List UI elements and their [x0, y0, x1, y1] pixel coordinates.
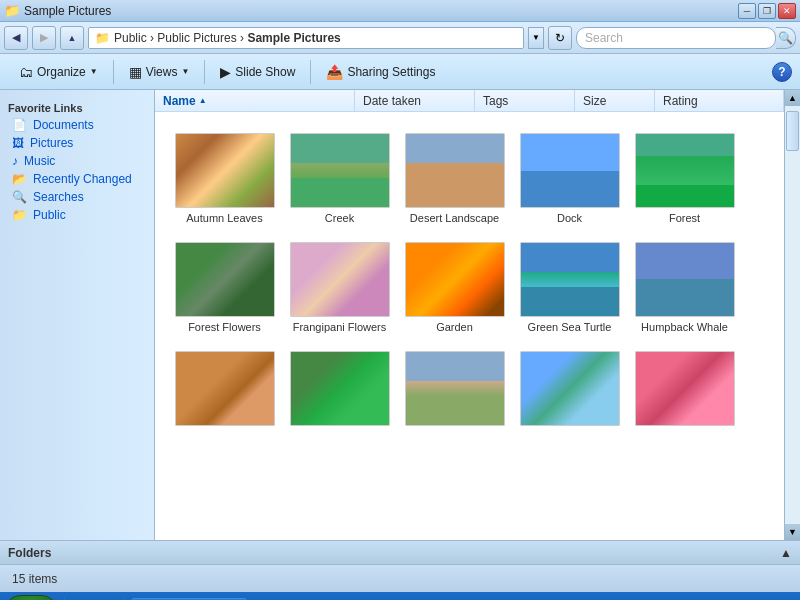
col-size-label: Size — [583, 94, 606, 108]
thumb-green-sea-turtle[interactable]: Green Sea Turtle — [512, 233, 627, 342]
recently-changed-icon: 📂 — [12, 172, 27, 186]
sidebar-label-public: Public — [33, 208, 66, 222]
thumb-forest-flowers[interactable]: Forest Flowers — [167, 233, 282, 342]
toolbar-sep-2 — [204, 60, 205, 84]
thumb-label-garden: Garden — [436, 321, 473, 333]
sidebar-item-searches[interactable]: 🔍 Searches — [0, 188, 154, 206]
sidebar-item-public[interactable]: 📁 Public — [0, 206, 154, 224]
col-header-name[interactable]: Name ▲ — [155, 90, 355, 111]
col-rating-label: Rating — [663, 94, 698, 108]
thumb-img-dock — [520, 133, 620, 208]
sidebar-item-documents[interactable]: 📄 Documents — [0, 116, 154, 134]
organize-icon: 🗂 — [19, 64, 33, 80]
restore-button[interactable]: ❐ — [758, 3, 776, 19]
search-box: Search — [576, 27, 776, 49]
sidebar-item-pictures[interactable]: 🖼 Pictures — [0, 134, 154, 152]
scroll-down-button[interactable]: ▼ — [785, 524, 800, 540]
title-bar: 📁 Sample Pictures ─ ❐ ✕ — [0, 0, 800, 22]
slideshow-icon: ▶ — [220, 64, 231, 80]
sidebar-label-music: Music — [24, 154, 55, 168]
thumb-label-whale: Humpback Whale — [641, 321, 728, 333]
window-title: Sample Pictures — [24, 4, 111, 18]
scrollbar[interactable]: ▲ ▼ — [784, 90, 800, 540]
scroll-up-button[interactable]: ▲ — [785, 90, 800, 106]
thumb-img-coral — [635, 351, 735, 426]
column-headers: Name ▲ Date taken Tags Size Rating — [155, 90, 784, 112]
organize-label: Organize — [37, 65, 86, 79]
toolbar: 🗂 Organize ▼ ▦ Views ▼ ▶ Slide Show 📤 Sh… — [0, 54, 800, 90]
folder-icon: 📁 — [4, 3, 20, 18]
thumb-dock[interactable]: Dock — [512, 124, 627, 233]
address-field[interactable]: 📁 Public › Public Pictures › Sample Pict… — [88, 27, 524, 49]
sidebar-label-searches: Searches — [33, 190, 84, 204]
thumb-tree[interactable] — [397, 342, 512, 439]
col-header-size[interactable]: Size — [575, 90, 655, 111]
sidebar-item-music[interactable]: ♪ Music — [0, 152, 154, 170]
refresh-button[interactable]: ↻ — [548, 26, 572, 50]
forward-button[interactable]: ▶ — [32, 26, 56, 50]
up-button[interactable]: ▲ — [60, 26, 84, 50]
scroll-thumb[interactable] — [786, 111, 799, 151]
col-header-tags[interactable]: Tags — [475, 90, 575, 111]
sidebar-item-recently-changed[interactable]: 📂 Recently Changed — [0, 170, 154, 188]
thumb-dunes[interactable] — [167, 342, 282, 439]
slideshow-button[interactable]: ▶ Slide Show — [209, 58, 306, 86]
thumb-label-desert: Desert Landscape — [410, 212, 499, 224]
close-button[interactable]: ✕ — [778, 3, 796, 19]
thumb-frangipani-flowers[interactable]: Frangipani Flowers — [282, 233, 397, 342]
back-button[interactable]: ◀ — [4, 26, 28, 50]
thumb-img-creek — [290, 133, 390, 208]
address-dropdown-button[interactable]: ▼ — [528, 27, 544, 49]
col-name-label: Name — [163, 94, 196, 108]
col-header-rating[interactable]: Rating — [655, 90, 784, 111]
thumb-autumn-leaves[interactable]: Autumn Leaves — [167, 124, 282, 233]
thumb-img-forest-flowers — [175, 242, 275, 317]
views-button[interactable]: ▦ Views ▼ — [118, 58, 201, 86]
thumbnails-grid: Autumn Leaves Creek Desert Landscape Doc… — [155, 112, 784, 451]
thumb-creek[interactable]: Creek — [282, 124, 397, 233]
pictures-icon: 🖼 — [12, 136, 24, 150]
sharing-button[interactable]: 📤 Sharing Settings — [315, 58, 446, 86]
thumb-garden[interactable]: Garden — [397, 233, 512, 342]
thumb-label-frangipani: Frangipani Flowers — [293, 321, 387, 333]
public-icon: 📁 — [12, 208, 27, 222]
col-header-date-taken[interactable]: Date taken — [355, 90, 475, 111]
thumb-forest[interactable]: Forest — [627, 124, 742, 233]
thumb-toucan[interactable] — [282, 342, 397, 439]
minimize-button[interactable]: ─ — [738, 3, 756, 19]
help-button[interactable]: ? — [772, 62, 792, 82]
documents-icon: 📄 — [12, 118, 27, 132]
thumb-stream[interactable] — [512, 342, 627, 439]
item-count: 15 items — [12, 572, 57, 586]
thumb-label-forest: Forest — [669, 212, 700, 224]
content-area[interactable]: Autumn Leaves Creek Desert Landscape Doc… — [155, 112, 784, 540]
start-button[interactable]: ⊞ Start — [4, 595, 58, 600]
main-area: Favorite Links 📄 Documents 🖼 Pictures ♪ … — [0, 90, 800, 540]
folders-bar[interactable]: Folders ▲ — [0, 540, 800, 564]
status-bar: 15 items — [0, 564, 800, 592]
views-dropdown-icon: ▼ — [181, 67, 189, 76]
content-column: Name ▲ Date taken Tags Size Rating — [155, 90, 784, 540]
folders-label: Folders — [8, 546, 51, 560]
thumb-img-frangipani — [290, 242, 390, 317]
thumb-label-turtle: Green Sea Turtle — [528, 321, 612, 333]
toolbar-sep-3 — [310, 60, 311, 84]
thumb-img-whale — [635, 242, 735, 317]
toolbar-sep-1 — [113, 60, 114, 84]
thumb-img-stream — [520, 351, 620, 426]
address-bar: ◀ ▶ ▲ 📁 Public › Public Pictures › Sampl… — [0, 22, 800, 54]
thumb-desert-landscape[interactable]: Desert Landscape — [397, 124, 512, 233]
search-icon-button[interactable]: 🔍 — [776, 27, 796, 49]
address-path: Public › Public Pictures › Sample Pictur… — [114, 31, 341, 45]
organize-button[interactable]: 🗂 Organize ▼ — [8, 58, 109, 86]
sort-asc-icon: ▲ — [199, 96, 207, 105]
thumb-coral[interactable] — [627, 342, 742, 439]
sidebar-label-documents: Documents — [33, 118, 94, 132]
slideshow-label: Slide Show — [235, 65, 295, 79]
thumb-img-toucan — [290, 351, 390, 426]
views-icon: ▦ — [129, 64, 142, 80]
sidebar: Favorite Links 📄 Documents 🖼 Pictures ♪ … — [0, 90, 155, 540]
thumb-label-forest-flowers: Forest Flowers — [188, 321, 261, 333]
thumb-humpback-whale[interactable]: Humpback Whale — [627, 233, 742, 342]
thumb-img-desert — [405, 133, 505, 208]
